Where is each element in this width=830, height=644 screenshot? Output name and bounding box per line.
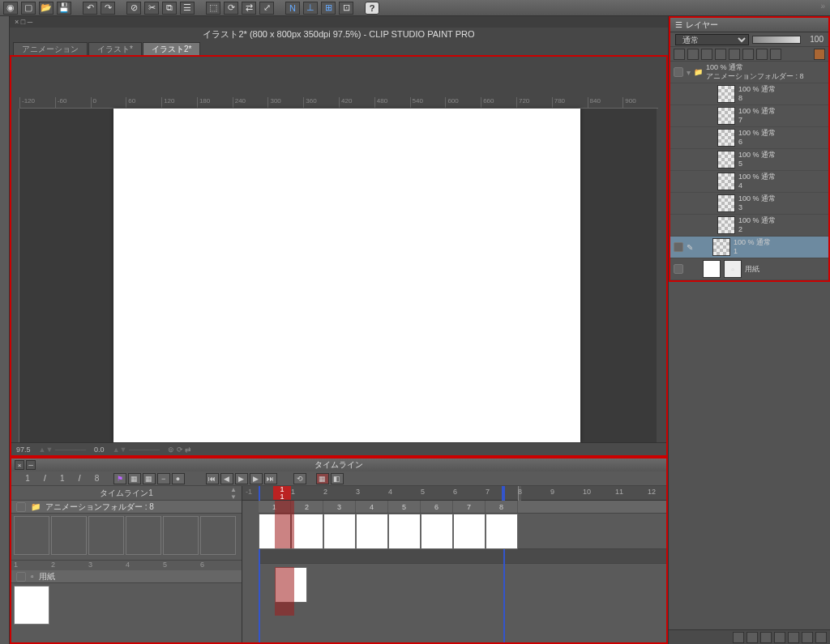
undo-icon[interactable]: ↶ — [83, 2, 97, 15]
help-icon[interactable]: ? — [365, 2, 379, 15]
new-layer-icon[interactable] — [733, 632, 744, 643]
document-tab[interactable]: イラスト* — [88, 42, 142, 55]
tl-last-icon[interactable]: ⏭ — [264, 473, 277, 484]
layer-paper-row[interactable]: ▫ 用紙 — [670, 258, 828, 280]
timeline-cell[interactable] — [486, 514, 518, 549]
track-thumb[interactable] — [14, 516, 49, 555]
paper-cell[interactable] — [275, 567, 307, 603]
save-icon[interactable]: 💾 — [57, 2, 71, 15]
merge-icon[interactable] — [774, 632, 785, 643]
transfer-icon[interactable] — [788, 632, 799, 643]
flip-icon[interactable]: ⇄ — [242, 2, 256, 15]
tl-zoom-out-icon[interactable]: − — [157, 473, 170, 484]
layer-row[interactable]: 100 % 通常8 — [670, 83, 828, 105]
combine-icon[interactable] — [802, 632, 813, 643]
rotate-icon[interactable]: ⟳ — [224, 2, 238, 15]
mask-icon[interactable] — [742, 49, 754, 60]
app-icon[interactable]: ◉ — [3, 2, 18, 15]
open-icon[interactable]: 📂 — [39, 2, 53, 15]
cut-icon[interactable]: ✂ — [144, 2, 159, 15]
ruler-icon[interactable] — [756, 49, 768, 60]
blend-mode-select[interactable]: 通常 — [675, 34, 749, 45]
ruler-n-icon[interactable]: N — [285, 2, 300, 15]
tl-onion-icon[interactable]: ▦ — [128, 473, 141, 484]
tl-flag-icon[interactable]: ⚑ — [113, 473, 126, 484]
ref-icon[interactable] — [715, 49, 726, 60]
eye-icon[interactable] — [674, 264, 683, 274]
track-thumb[interactable] — [163, 516, 199, 555]
spinner-icon[interactable]: ▲▼ — [230, 486, 237, 501]
tl-cur-frame[interactable]: 1 — [16, 474, 39, 483]
timeline-cell[interactable] — [259, 514, 291, 549]
layer-row[interactable]: 100 % 通常7 — [670, 105, 828, 127]
tl-play-icon[interactable]: ▶ — [235, 473, 248, 484]
tl-start-frame[interactable]: 1 — [51, 474, 74, 483]
layer-row[interactable]: 100 % 通常2 — [670, 215, 828, 237]
paper-thumb[interactable] — [14, 586, 49, 625]
opacity-value[interactable]: 100 — [804, 35, 824, 44]
clip-icon[interactable] — [701, 49, 712, 60]
copy-icon[interactable]: ⧉ — [162, 2, 177, 15]
timeline-cell[interactable] — [453, 514, 486, 549]
layer-row[interactable]: 100 % 通常6 — [670, 127, 828, 149]
timeline-cell[interactable] — [323, 514, 356, 549]
layer-folder-row[interactable]: ▾ 📁 100 % 通常 アニメーションフォルダー : 8 — [670, 62, 828, 83]
layer-row[interactable]: 100 % 通常4 — [670, 171, 828, 193]
redo-icon[interactable]: ↷ — [101, 2, 115, 15]
layer-row[interactable]: 100 % 通常3 — [670, 193, 828, 215]
timeline-cell[interactable] — [388, 514, 421, 549]
timeline-cell[interactable] — [291, 514, 323, 549]
track-thumb[interactable] — [51, 516, 87, 555]
eye-icon[interactable] — [674, 67, 683, 77]
color-icon[interactable] — [770, 49, 781, 60]
tl-zoom-slider[interactable]: ● — [172, 473, 185, 484]
layer-row[interactable]: ✎100 % 通常1 — [670, 237, 828, 258]
snap-icon[interactable]: ⊥ — [303, 2, 318, 15]
guide-icon[interactable]: ⊡ — [339, 2, 353, 15]
new-icon[interactable]: ▢ — [21, 2, 36, 15]
document-tab[interactable]: イラスト2* — [143, 42, 200, 55]
grid-icon[interactable]: ⊞ — [321, 2, 336, 15]
track-thumb[interactable] — [200, 516, 236, 555]
layer-row[interactable]: 100 % 通常5 — [670, 149, 828, 171]
timeline-grid[interactable]: -1 11 12345678910111213 12345678 — [242, 486, 666, 642]
paste-icon[interactable]: ☰ — [180, 2, 195, 15]
delete-layer-icon[interactable] — [815, 632, 827, 643]
layers-header[interactable]: ☰ レイヤー — [670, 18, 828, 32]
scale-icon[interactable]: ⤢ — [259, 2, 274, 15]
tl-prev-icon[interactable]: ◀ — [220, 473, 233, 484]
opacity-slider[interactable] — [752, 36, 801, 44]
tl-end-frame[interactable]: 8 — [86, 474, 109, 483]
lock-icon[interactable] — [674, 49, 685, 60]
palette-icon[interactable] — [814, 49, 825, 60]
tl-next-icon[interactable]: ▶ — [250, 473, 263, 484]
lock-alpha-icon[interactable] — [687, 49, 699, 60]
canvas-viewport[interactable]: -120-60060120180240300360420480540600660… — [10, 55, 668, 457]
chevron-down-icon[interactable]: ▾ — [687, 68, 691, 77]
timeline-cell[interactable] — [421, 514, 453, 549]
playhead[interactable]: 11 — [273, 486, 291, 500]
delete-icon[interactable]: ⊘ — [126, 2, 141, 15]
tl-loop-icon[interactable]: ⟲ — [293, 473, 306, 484]
timeline-cell[interactable] — [356, 514, 388, 549]
tl-add-icon[interactable]: ▦ — [316, 473, 329, 484]
tl-onion2-icon[interactable]: ▦ — [143, 473, 156, 484]
timeline-name[interactable]: タイムライン1 ▲▼ — [11, 486, 242, 501]
min-icon[interactable]: ─ — [26, 460, 36, 470]
close-icon[interactable]: × — [15, 460, 24, 470]
eye-icon[interactable] — [674, 242, 683, 252]
track-thumb[interactable] — [126, 516, 161, 555]
track-anim-folder[interactable]: 📁 アニメーションフォルダー : 8 — [11, 501, 242, 514]
track-paper[interactable]: ▫ 用紙 — [11, 570, 242, 583]
document-tab[interactable]: アニメーション — [13, 42, 88, 55]
tl-mode-icon[interactable]: ◧ — [331, 473, 344, 484]
dup-layer-icon[interactable] — [760, 632, 772, 643]
tl-first-icon[interactable]: ⏮ — [206, 473, 219, 484]
toolbar-chevron-icon[interactable]: » — [820, 2, 825, 11]
new-folder-icon[interactable] — [747, 632, 758, 643]
track-thumb[interactable] — [88, 516, 124, 555]
eye-icon[interactable] — [16, 572, 26, 582]
draft-icon[interactable] — [729, 49, 740, 60]
window-controls[interactable]: × □ ─ — [10, 16, 668, 28]
timeline-ruler[interactable]: -1 11 12345678910111213 — [242, 486, 666, 501]
